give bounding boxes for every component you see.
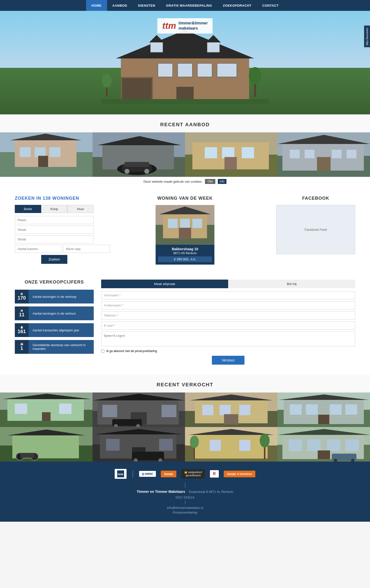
search-button[interactable]: Zoeken [41,255,68,264]
verstuur-button[interactable]: Verstuur [212,356,244,365]
svg-point-118 [260,434,270,447]
sold-grid [0,392,370,462]
woning-section: WONING VAN DE WEEK Bakkershaag 10 6871 H… [101,196,269,265]
svg-rect-130 [345,439,359,451]
svg-rect-6 [178,63,192,77]
form-checkbox-row: Ik ga akkoord met de privacyverklaring [101,349,355,353]
search-title: ZOEKEN IN 138 WONINGEN [15,196,94,201]
cookie-info-button[interactable]: info [218,179,226,184]
property-3[interactable] [185,132,278,177]
svg-rect-73 [162,405,176,417]
svg-rect-11 [207,41,220,52]
form-email[interactable] [101,321,355,330]
svg-rect-90 [290,404,302,415]
nav-diensten[interactable]: DIENSTEN [133,0,161,11]
property-2[interactable] [92,132,185,177]
tab-maak-afspraak[interactable]: Maak afspraak [101,280,228,288]
svg-rect-7 [197,63,212,77]
property-1[interactable] [0,132,92,177]
logo-ttm: ttm [162,21,176,31]
tab-rent[interactable]: Huur [67,205,94,213]
svg-point-120 [190,436,199,448]
search-place-input[interactable] [15,216,94,224]
svg-marker-12 [149,35,164,42]
form-voornaam[interactable] [101,291,355,299]
search-section: ZOEKEN IN 138 WONINGEN Beide Koop Huur Z… [15,196,94,265]
svg-rect-52 [317,157,331,171]
stat-item-3: 📋 161 Aantal transacties afgelopen jaar [15,323,94,337]
search-street1-input[interactable] [15,226,94,234]
svg-rect-93 [345,404,357,415]
woning-address: Bakkershaag 10 [158,247,212,251]
footer-logos: NVM ||| NWWl funda 👑 vastgoedcertgecerti… [5,469,365,479]
hero-section: ttm timmer&timmer makelaars Mijn favorie… [0,11,370,114]
stat-label-3: Aantal transacties afgelopen jaar [29,323,94,337]
svg-rect-58 [180,219,190,228]
svg-point-34 [125,169,130,174]
form-tabs: Maak afspraak Bel mij [101,280,355,288]
svg-rect-91 [306,404,318,415]
search-row [15,245,94,253]
svg-rect-10 [150,41,163,52]
search-street2-input[interactable] [15,235,94,243]
sold-property-2[interactable] [92,392,185,427]
nav-waardebepaling[interactable]: GRATIS WAARDEBEPALING [161,0,217,11]
svg-rect-128 [307,439,321,451]
form-achternaam[interactable] [101,301,355,309]
stat-number-1: 🏠 170 [15,290,29,303]
recent-verkocht-section: RECENT VERKOCHT [0,374,370,462]
main-content: ZOEKEN IN 138 WONINGEN Beide Koop Huur Z… [0,186,370,275]
sold-property-5[interactable] [0,427,92,462]
property-4[interactable] [278,132,370,177]
sold-property-7[interactable] [185,427,278,462]
woning-image [156,205,214,245]
svg-rect-84 [239,405,250,415]
svg-marker-2 [116,30,254,58]
tab-both[interactable]: Beide [15,205,41,213]
nav-aanbod[interactable]: AANBOD [107,0,133,11]
recent-aanbod-grid [0,132,370,177]
footer-email: info@timmermakelaars.nl [5,506,365,510]
form-opmerkingen[interactable] [101,332,355,346]
nav-zoekopdracht[interactable]: ZOEKOPDRACHT [218,0,257,11]
svg-rect-122 [239,440,250,451]
footer-phone: 0317-319114 [5,496,365,499]
sold-property-8[interactable] [278,427,370,462]
svg-rect-66 [59,404,72,414]
form-telefoon[interactable] [101,311,355,320]
sold-property-3[interactable] [185,392,278,427]
tab-bel-mij[interactable]: Bel mij [228,280,355,288]
footer-logo-nvm: NVM [115,469,127,479]
recent-verkocht-title: RECENT VERKOCHT [0,374,370,392]
sold-property-1[interactable] [0,392,92,427]
stats-section: ONZE VERKOOPCIJFERS 🏠 170 Aantal woninge… [15,280,94,365]
mijn-favorieten-tab[interactable]: Mijn favorieten [364,26,370,47]
svg-rect-72 [102,405,117,417]
tab-buy[interactable]: Koop [41,205,68,213]
footer-privacy-link[interactable]: Privacyverklaring [173,511,197,514]
facebook-widget: Facebook Feed [276,205,355,254]
sold-property-4[interactable] [278,392,370,427]
nav-contact[interactable]: CONTACT [257,0,284,11]
footer-privacy: Privacyverklaring [5,511,365,514]
svg-rect-85 [224,414,238,425]
footer-email-link[interactable]: info@timmermakelaars.nl [167,506,203,510]
svg-rect-42 [242,147,254,158]
footer-logo-funda2: funda in business [224,471,256,477]
recent-aanbod-title: RECENT AANBOD [0,114,370,132]
stat-item-2: 🏠 11 Aantal woningen in de verhuur [15,306,94,320]
woning-card[interactable]: Bakkershaag 10 6871 HS Renkum € 395.000,… [155,205,215,265]
search-rooms-input[interactable] [15,245,62,253]
svg-rect-83 [220,405,231,415]
sold-property-6[interactable] [92,427,185,462]
woning-city: 6871 HS Renkum [158,251,212,255]
footer-logo-funda1: funda [161,471,176,477]
svg-rect-23 [20,147,31,157]
cookie-ok-button[interactable]: Oké [205,179,215,184]
svg-rect-43 [224,157,237,169]
privacy-checkbox[interactable] [101,350,104,353]
nav-home[interactable]: HOME [86,0,107,11]
svg-rect-92 [330,404,342,415]
svg-rect-51 [347,150,356,158]
svg-rect-4 [122,78,152,100]
